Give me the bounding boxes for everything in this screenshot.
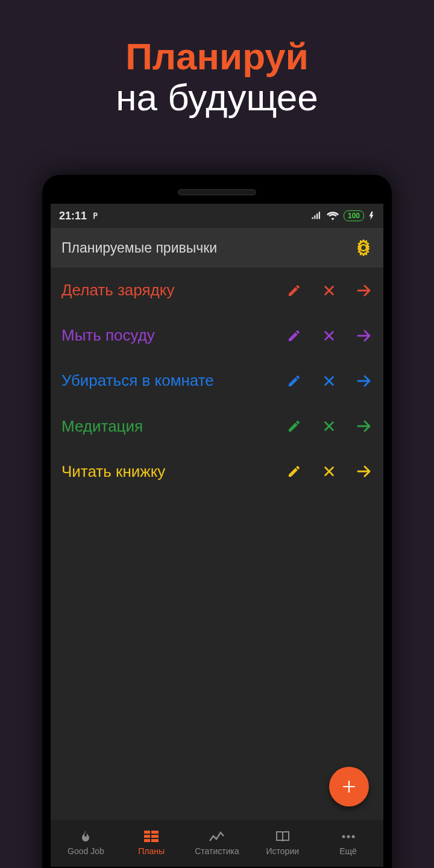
habit-label: Убираться в комнате — [61, 371, 280, 390]
nav-item-more[interactable]: Ещё — [315, 829, 381, 856]
habit-label: Читать книжку — [61, 462, 280, 481]
habit-row: Медитация — [51, 404, 383, 449]
svg-rect-1 — [144, 831, 150, 834]
app-bar-title: Планируемые привычки — [61, 240, 217, 256]
nav-label: Планы — [138, 846, 165, 856]
delete-icon[interactable] — [321, 373, 338, 389]
svg-rect-2 — [151, 831, 159, 834]
promo-line2: на будущее — [0, 77, 434, 118]
delete-icon[interactable] — [321, 282, 338, 299]
go-icon[interactable] — [356, 282, 373, 299]
nav-item-stories[interactable]: Истории — [250, 829, 315, 856]
svg-point-8 — [347, 835, 350, 838]
habit-row: Делать зарядку — [51, 268, 383, 313]
chart-line-icon — [209, 829, 225, 844]
habit-row: Мыть посуду — [51, 313, 383, 358]
fire-icon — [78, 829, 93, 844]
delete-icon[interactable] — [321, 327, 338, 344]
svg-point-7 — [342, 835, 345, 838]
status-p-icon — [90, 212, 99, 220]
promo-headline: Планируй на будущее — [0, 0, 434, 118]
habit-row: Убираться в комнате — [51, 358, 383, 403]
go-icon[interactable] — [356, 418, 373, 435]
delete-icon[interactable] — [321, 418, 338, 435]
phone-speaker — [178, 189, 256, 195]
svg-rect-4 — [151, 835, 159, 838]
charging-icon — [369, 212, 375, 220]
habit-list: Делать зарядкуМыть посудуУбираться в ком… — [51, 268, 383, 494]
theme-toggle-button[interactable] — [354, 239, 373, 257]
go-icon[interactable] — [356, 373, 373, 389]
habit-label: Делать зарядку — [61, 281, 280, 300]
wifi-icon — [327, 211, 339, 221]
go-icon[interactable] — [356, 463, 373, 480]
grid-icon — [144, 829, 159, 844]
delete-icon[interactable] — [321, 463, 338, 480]
battery-level: 100 — [348, 212, 360, 220]
edit-icon[interactable] — [286, 373, 303, 389]
app-screen: 21:11 100 Планируе — [51, 204, 383, 867]
promo-line1: Планируй — [0, 36, 434, 77]
svg-rect-6 — [151, 839, 159, 842]
signal-icon — [311, 212, 322, 220]
svg-point-9 — [351, 835, 354, 838]
svg-point-0 — [360, 245, 366, 251]
svg-rect-5 — [144, 839, 150, 842]
edit-icon[interactable] — [286, 418, 303, 435]
nav-label: Ещё — [339, 846, 357, 856]
nav-label: Статистика — [195, 846, 239, 856]
edit-icon[interactable] — [286, 327, 303, 344]
habit-label: Мыть посуду — [61, 326, 280, 345]
habit-label: Медитация — [61, 417, 280, 436]
status-bar: 21:11 100 — [51, 204, 383, 228]
nav-item-stats[interactable]: Статистика — [184, 829, 250, 856]
go-icon[interactable] — [356, 327, 373, 344]
add-habit-button[interactable] — [329, 767, 369, 807]
nav-label: Good Job — [68, 846, 104, 856]
nav-item-goodjob[interactable]: Good Job — [53, 829, 119, 856]
phone-frame: 21:11 100 Планируе — [42, 175, 392, 868]
app-bar: Планируемые привычки — [51, 228, 383, 268]
svg-rect-3 — [144, 835, 150, 838]
status-time: 21:11 — [59, 210, 87, 222]
edit-icon[interactable] — [286, 282, 303, 299]
bottom-nav: Good Job Планы Статистика Истории — [51, 820, 383, 867]
nav-label: Истории — [266, 846, 300, 856]
more-icon — [341, 829, 356, 844]
edit-icon[interactable] — [286, 463, 303, 480]
nav-item-plans[interactable]: Планы — [119, 829, 184, 856]
battery-indicator: 100 — [344, 210, 364, 221]
book-icon — [275, 829, 290, 844]
habit-row: Читать книжку — [51, 449, 383, 494]
